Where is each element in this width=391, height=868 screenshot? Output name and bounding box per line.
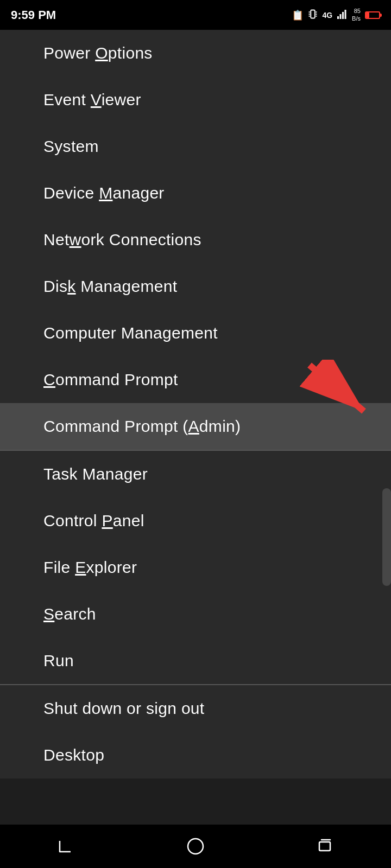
menu-label: Command Prompt — [43, 371, 178, 388]
menu-label: Control Panel — [43, 512, 144, 529]
battery-icon — [365, 11, 380, 19]
menu-label: File Explorer — [43, 558, 137, 576]
status-time: 9:59 PM — [11, 8, 56, 22]
network-4g-icon: 4G — [322, 11, 332, 20]
clipboard-icon: 📋 — [292, 9, 304, 21]
menu-label: Search — [43, 605, 96, 623]
menu-label: Command Prompt (Admin) — [43, 417, 241, 435]
vibrate-icon — [308, 9, 318, 21]
menu-item-search[interactable]: Search — [0, 591, 391, 637]
menu-item-command-prompt[interactable]: Command Prompt — [0, 356, 391, 403]
svg-point-13 — [188, 839, 203, 854]
menu-item-shutdown[interactable]: Shut down or sign out — [0, 685, 391, 732]
menu-label: Power Options — [43, 44, 153, 62]
menu-label: Shut down or sign out — [43, 699, 205, 717]
home-button[interactable] — [176, 833, 215, 860]
menu-item-desktop[interactable]: Desktop — [0, 732, 391, 778]
menu-label: System — [43, 137, 99, 155]
menu-label: Run — [43, 652, 74, 669]
menu-label: Task Manager — [43, 465, 148, 483]
menu-item-task-manager[interactable]: Task Manager — [0, 451, 391, 497]
signal-bars-icon — [337, 9, 348, 21]
menu-item-system[interactable]: System — [0, 123, 391, 170]
menu-item-device-manager[interactable]: Device Manager — [0, 170, 391, 216]
svg-rect-9 — [342, 12, 344, 19]
menu-label: Computer Management — [43, 324, 218, 342]
menu-item-power-options[interactable]: Power Options — [0, 30, 391, 76]
menu-item-file-explorer[interactable]: File Explorer — [0, 544, 391, 591]
context-menu: Power Options Event Viewer System Device… — [0, 30, 391, 822]
back-button[interactable] — [46, 833, 84, 860]
menu-item-computer-management[interactable]: Computer Management — [0, 310, 391, 356]
menu-label: Desktop — [43, 746, 104, 764]
menu-item-event-viewer[interactable]: Event Viewer — [0, 76, 391, 123]
nav-bar — [0, 825, 391, 868]
menu-item-disk-management[interactable]: Disk Management — [0, 263, 391, 310]
recent-apps-button[interactable] — [307, 833, 345, 860]
network-speed-icon: 85 B/s — [352, 8, 361, 22]
svg-rect-10 — [345, 10, 346, 19]
menu-item-network-connections[interactable]: Network Connections — [0, 216, 391, 263]
menu-label: Disk Management — [43, 277, 177, 295]
status-bar: 9:59 PM 📋 4G — [0, 0, 391, 30]
scrollbar[interactable] — [382, 488, 391, 586]
menu-item-run[interactable]: Run — [0, 637, 391, 684]
status-icons: 📋 4G 85 B/s — [292, 8, 380, 22]
menu-item-control-panel[interactable]: Control Panel — [0, 497, 391, 544]
menu-label: Network Connections — [43, 231, 201, 248]
menu-item-command-prompt-admin[interactable]: Command Prompt (Admin) — [0, 403, 391, 450]
menu-label: Device Manager — [43, 184, 165, 202]
svg-rect-8 — [340, 14, 342, 19]
svg-rect-14 — [319, 842, 330, 851]
svg-rect-7 — [337, 16, 339, 19]
svg-rect-0 — [311, 10, 316, 18]
menu-label: Event Viewer — [43, 91, 141, 108]
